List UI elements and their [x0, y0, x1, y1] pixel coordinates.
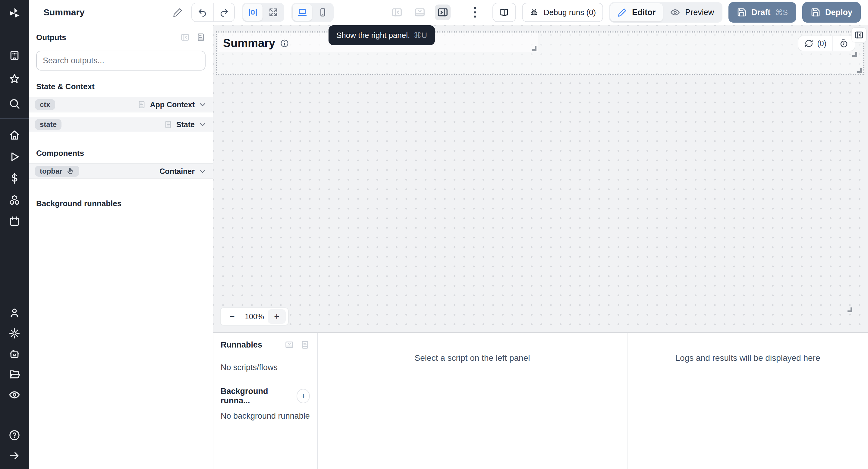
runnables-panel: Runnables No scripts/flows Background ru…	[213, 333, 318, 469]
history-button[interactable]	[832, 36, 855, 51]
output-row-ctx[interactable]: ctx App Context	[29, 97, 213, 113]
chevron-down-icon[interactable]	[198, 167, 207, 176]
refresh-count: (0)	[817, 39, 827, 48]
resources-icon[interactable]	[8, 194, 21, 206]
component-actions-group: (0)	[798, 36, 855, 51]
preview-label: Preview	[685, 8, 714, 17]
no-background-runnable-text: No background runnable	[221, 411, 310, 421]
ctx-badge[interactable]: ctx	[35, 99, 55, 110]
preview-tab[interactable]: Preview	[663, 3, 721, 22]
refresh-icon	[804, 39, 813, 48]
draft-label: Draft	[751, 8, 770, 17]
nav-rail	[0, 0, 29, 469]
doc-icon	[164, 120, 173, 129]
favorites-icon[interactable]	[8, 73, 21, 85]
toggle-left-panel-icon[interactable]	[389, 4, 405, 20]
desktop-view-button[interactable]	[293, 4, 312, 21]
home-icon[interactable]	[8, 129, 21, 141]
background-runnables-label: Background runna...	[221, 387, 292, 405]
schedules-icon[interactable]	[8, 215, 21, 227]
app-canvas[interactable]: Summary (0) − 100%	[213, 25, 868, 332]
topbar-badge[interactable]: topbar	[35, 166, 79, 177]
toggle-bottom-panel-icon[interactable]	[412, 4, 428, 20]
resize-handle[interactable]	[532, 46, 536, 51]
zoom-out-button[interactable]: −	[223, 309, 241, 324]
editor-preview-toggle: Editor Preview	[609, 2, 722, 23]
background-runnables-title: Background runnables	[29, 193, 213, 214]
device-preview-group	[291, 3, 334, 22]
state-badge[interactable]: state	[35, 119, 61, 130]
windmill-logo[interactable]	[0, 0, 29, 27]
deploy-button[interactable]: Deploy	[802, 2, 861, 23]
ctx-type-label: App Context	[150, 100, 195, 109]
undo-button[interactable]	[192, 3, 213, 22]
refresh-button[interactable]: (0)	[798, 36, 832, 51]
collapse-bottom-panel-icon[interactable]	[284, 340, 294, 350]
zoom-level: 100%	[241, 312, 268, 321]
collapse-right-panel-button[interactable]	[852, 28, 866, 42]
add-background-runnable-button[interactable]: +	[297, 389, 310, 403]
draft-button[interactable]: Draft ⌘S	[728, 2, 796, 23]
tooltip-shortcut: ⌘U	[413, 31, 427, 40]
edit-title-pencil-icon[interactable]	[173, 7, 183, 18]
chevron-down-icon[interactable]	[198, 100, 207, 109]
search-icon[interactable]	[8, 98, 21, 110]
resize-handle[interactable]	[857, 68, 862, 73]
save-icon	[737, 7, 747, 17]
tooltip-text: Show the right panel.	[336, 31, 410, 40]
runnables-title: Runnables	[221, 340, 262, 350]
topbar-badge-label: topbar	[40, 167, 62, 176]
mobile-view-button[interactable]	[313, 4, 333, 21]
right-panel-tooltip: Show the right panel. ⌘U	[329, 25, 435, 45]
editor-header: Summary	[29, 0, 868, 25]
variables-icon[interactable]	[8, 173, 21, 184]
canvas-width-group	[242, 3, 284, 22]
editor-label: Editor	[632, 8, 655, 17]
centered-layout-button[interactable]	[243, 4, 262, 21]
output-row-state[interactable]: state State	[29, 117, 213, 132]
zoom-control: − 100% +	[220, 307, 289, 325]
info-icon[interactable]	[280, 39, 289, 48]
doc-icon	[137, 100, 146, 109]
collapse-panel-icon[interactable]	[180, 33, 190, 42]
runs-icon[interactable]	[8, 151, 21, 163]
logs-hint: Logs and results will be displayed here	[627, 353, 868, 363]
bottom-panel: Runnables No scripts/flows Background ru…	[213, 332, 868, 469]
script-editor-panel: Select a script on the left panel	[318, 333, 627, 469]
topbar-container-component[interactable]: Summary	[216, 31, 864, 75]
state-type-label: State	[176, 120, 195, 129]
settings-gear-icon[interactable]	[8, 327, 21, 339]
resize-handle[interactable]	[852, 52, 857, 57]
workspace-icon[interactable]	[8, 50, 21, 61]
workers-robot-icon[interactable]	[8, 348, 21, 360]
user-icon[interactable]	[8, 307, 21, 319]
debug-runs-button[interactable]: Debug runs (0)	[522, 3, 603, 22]
undo-redo-group	[191, 3, 235, 22]
editor-pencil-icon	[618, 7, 627, 17]
resize-handle[interactable]	[847, 307, 852, 312]
bug-icon	[529, 7, 539, 17]
expand-rail-arrow-icon[interactable]	[8, 450, 21, 462]
help-icon[interactable]	[8, 429, 21, 441]
docs-file-icon[interactable]	[196, 33, 206, 42]
canvas-summary-title: Summary	[223, 37, 275, 50]
redo-button[interactable]	[213, 3, 234, 22]
chevron-down-icon[interactable]	[198, 120, 207, 129]
output-row-topbar[interactable]: topbar Container	[29, 163, 213, 179]
search-outputs-input[interactable]	[43, 56, 199, 65]
app-title: Summary	[43, 7, 85, 18]
full-width-button[interactable]	[264, 4, 283, 21]
no-scripts-text: No scripts/flows	[221, 363, 310, 372]
history-timer-icon	[839, 39, 849, 48]
editor-tab[interactable]: Editor	[610, 3, 663, 22]
docs-book-button[interactable]	[493, 3, 516, 22]
toggle-right-panel-icon[interactable]	[435, 4, 451, 20]
save-icon	[811, 7, 820, 17]
logs-results-panel: Logs and results will be displayed here	[627, 333, 868, 469]
zoom-in-button[interactable]: +	[268, 309, 286, 324]
more-menu-icon[interactable]	[468, 6, 482, 19]
audit-eye-icon[interactable]	[8, 389, 21, 401]
docs-file-icon[interactable]	[300, 340, 310, 350]
folders-icon[interactable]	[8, 368, 21, 380]
app-editor: Summary	[0, 0, 868, 469]
